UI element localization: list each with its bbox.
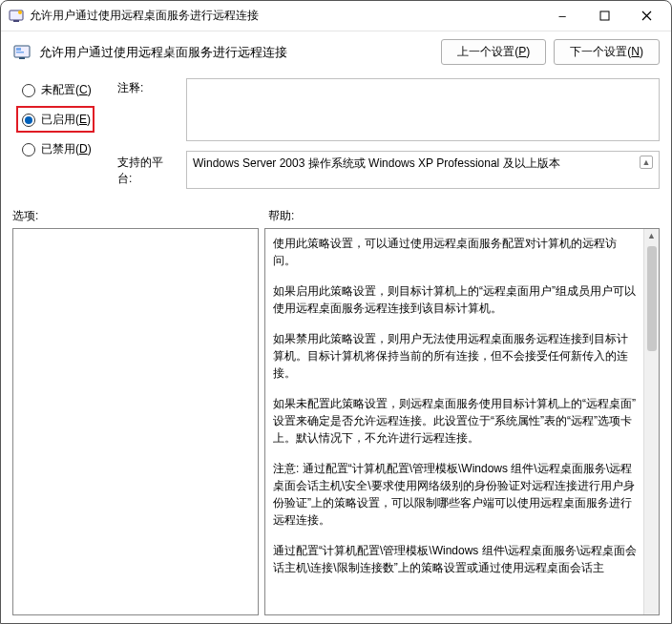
previous-setting-button[interactable]: 上一个设置(P) [441, 39, 546, 65]
header-row: 允许用户通过使用远程桌面服务进行远程连接 上一个设置(P) 下一个设置(N) [1, 31, 671, 74]
help-content: 使用此策略设置，可以通过使用远程桌面服务配置对计算机的远程访问。 如果启用此策略… [273, 235, 651, 576]
help-paragraph: 使用此策略设置，可以通过使用远程桌面服务配置对计算机的远程访问。 [273, 235, 638, 269]
radio-icon [22, 84, 35, 97]
field-values: Windows Server 2003 操作系统或 Windows XP Pro… [186, 78, 660, 189]
options-panel[interactable] [12, 228, 259, 615]
platform-label: 支持的平台: [117, 155, 177, 183]
help-paragraph: 如果启用此策略设置，则目标计算机上的“远程桌面用户”组成员用户可以使用远程桌面服… [273, 282, 638, 317]
policy-icon [12, 43, 32, 62]
scroll-up-arrow-icon[interactable]: ▲ [647, 229, 656, 244]
help-label: 帮助: [268, 208, 294, 224]
svg-rect-5 [19, 57, 25, 59]
radio-not-configured[interactable]: 未配置(C) [22, 82, 108, 98]
options-label: 选项: [12, 208, 268, 224]
radio-icon-selected [22, 114, 35, 127]
app-icon [9, 9, 24, 24]
svg-rect-1 [13, 20, 19, 22]
help-paragraph: 如果未配置此策略设置，则远程桌面服务使用目标计算机上的“远程桌面”设置来确定是否… [273, 395, 638, 447]
svg-rect-7 [16, 52, 24, 53]
help-panel: 使用此策略设置，可以通过使用远程桌面服务配置对计算机的远程访问。 如果启用此策略… [264, 228, 660, 615]
radio-disabled[interactable]: 已禁用(D) [22, 141, 108, 157]
minimize-button[interactable]: – [541, 2, 583, 31]
svg-point-2 [18, 10, 22, 14]
panels: 使用此策略设置，可以通过使用远程桌面服务配置对计算机的远程访问。 如果启用此策略… [1, 228, 671, 623]
field-labels: 注释: 支持的平台: [117, 78, 177, 189]
radio-group: 未配置(C) 已启用(E) 已禁用(D) [22, 78, 108, 189]
svg-rect-3 [600, 11, 609, 20]
supported-platform-box: Windows Server 2003 操作系统或 Windows XP Pro… [186, 151, 660, 189]
scrollbar[interactable]: ▲ [643, 229, 659, 614]
radio-enabled[interactable]: 已启用(E) [22, 112, 108, 128]
policy-title: 允许用户通过使用远程桌面服务进行远程连接 [39, 44, 433, 61]
titlebar: 允许用户通过使用远程桌面服务进行远程连接 – [1, 1, 671, 31]
scroll-up-icon[interactable]: ▲ [640, 156, 653, 169]
platform-text: Windows Server 2003 操作系统或 Windows XP Pro… [193, 156, 560, 172]
help-paragraph: 如果禁用此策略设置，则用户无法使用远程桌面服务远程连接到目标计算机。目标计算机将… [273, 330, 638, 382]
maximize-button[interactable] [583, 2, 625, 31]
next-setting-button[interactable]: 下一个设置(N) [554, 39, 660, 65]
svg-rect-6 [16, 48, 21, 51]
config-row: 未配置(C) 已启用(E) 已禁用(D) 注释: 支持的平台: Windows … [1, 74, 671, 191]
scroll-thumb[interactable] [647, 246, 657, 351]
close-button[interactable] [625, 2, 667, 31]
radio-icon [22, 143, 35, 156]
section-labels: 选项: 帮助: [1, 191, 671, 228]
policy-editor-window: 允许用户通过使用远程桌面服务进行远程连接 – 允许用户通过使用远程桌面服务进行远… [0, 0, 672, 624]
window-title: 允许用户通过使用远程桌面服务进行远程连接 [30, 8, 541, 24]
help-paragraph: 注意: 通过配置“计算机配置\管理模板\Windows 组件\远程桌面服务\远程… [273, 460, 638, 529]
comment-textarea[interactable] [186, 78, 660, 141]
help-paragraph: 通过配置“计算机配置\管理模板\Windows 组件\远程桌面服务\远程桌面会话… [273, 542, 638, 576]
comment-label: 注释: [117, 80, 177, 155]
